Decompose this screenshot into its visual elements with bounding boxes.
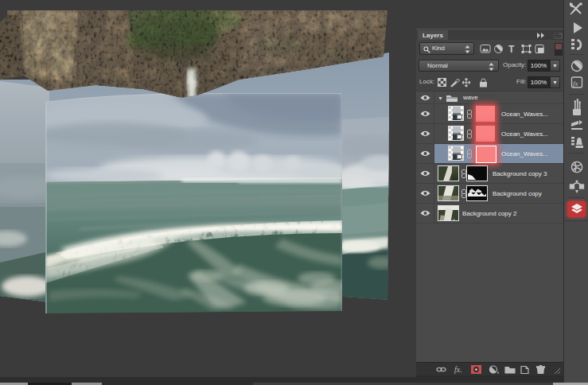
svg-text:fx.: fx. [454, 365, 462, 374]
svg-text:T: T [508, 44, 515, 54]
svg-text:fx: fx [573, 80, 578, 88]
